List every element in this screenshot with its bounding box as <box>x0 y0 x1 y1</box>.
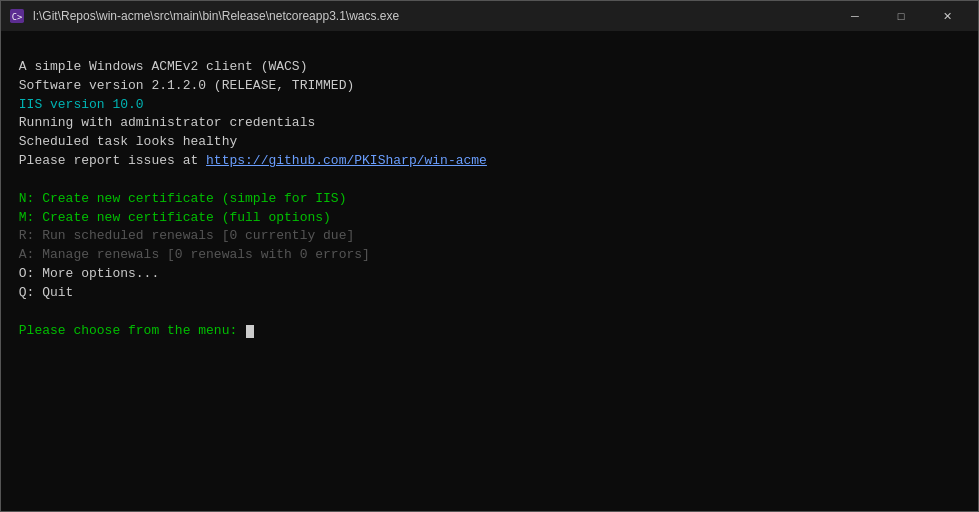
line-R: R: Run scheduled renewals [0 currently d… <box>11 227 968 246</box>
cursor-blink <box>246 325 254 338</box>
github-link[interactable]: https://github.com/PKISharp/win-acme <box>206 153 487 168</box>
terminal-icon: C> <box>9 8 25 24</box>
maximize-button[interactable]: □ <box>878 1 924 31</box>
line-iis-version: IIS version 10.0 <box>11 96 968 115</box>
line-O: O: More options... <box>11 265 968 284</box>
console-area: A simple Windows ACMEv2 client (WACS) So… <box>1 31 978 511</box>
line-report-issues: Please report issues at https://github.c… <box>11 152 968 171</box>
line-N: N: Create new certificate (simple for II… <box>11 190 968 209</box>
line-simple-client: A simple Windows ACMEv2 client (WACS) <box>11 58 968 77</box>
titlebar: C> l:\Git\Repos\win-acme\src\main\bin\Re… <box>1 1 978 31</box>
close-button[interactable]: ✕ <box>924 1 970 31</box>
line-prompt: Please choose from the menu: <box>11 322 968 341</box>
line-scheduled-task: Scheduled task looks healthy <box>11 133 968 152</box>
window: C> l:\Git\Repos\win-acme\src\main\bin\Re… <box>0 0 979 512</box>
minimize-button[interactable]: ─ <box>832 1 878 31</box>
line-blank-1 <box>11 39 968 58</box>
line-Q: Q: Quit <box>11 284 968 303</box>
line-software-version: Software version 2.1.2.0 (RELEASE, TRIMM… <box>11 77 968 96</box>
svg-text:C>: C> <box>12 12 23 22</box>
line-blank-3 <box>11 303 968 322</box>
line-blank-2 <box>11 171 968 190</box>
titlebar-controls: ─ □ ✕ <box>832 1 970 31</box>
line-A: A: Manage renewals [0 renewals with 0 er… <box>11 246 968 265</box>
line-M: M: Create new certificate (full options) <box>11 209 968 228</box>
line-running-admin: Running with administrator credentials <box>11 114 968 133</box>
titlebar-title: l:\Git\Repos\win-acme\src\main\bin\Relea… <box>33 9 832 23</box>
